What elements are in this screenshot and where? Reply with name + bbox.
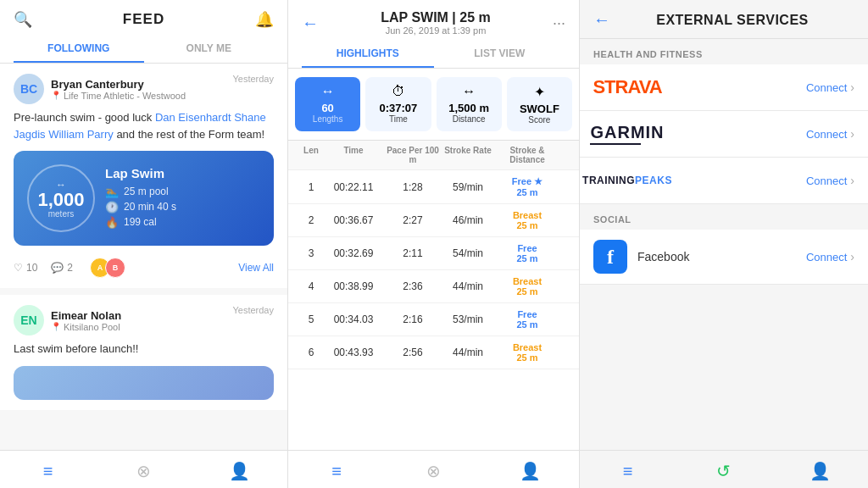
user-meta-2: Eimear Nolan 📍 Kitsilano Pool (51, 309, 121, 332)
post-text-2: Last swim before launch!! (14, 341, 274, 358)
back-button[interactable]: ← (302, 14, 319, 33)
like-count: 10 (26, 262, 37, 274)
swim-details: Lap Swim 🏊 25 m pool 🕐 20 min 40 s 🔥 199… (105, 166, 260, 231)
feed-header: 🔍 FEED 🔔 (0, 0, 287, 36)
user-name-1: Bryan Canterbury (51, 78, 186, 91)
ext-bottom-nav: ≡ ↺ 👤 (580, 450, 868, 488)
tab-only-me[interactable]: ONLY ME (144, 36, 275, 63)
nav-goggles[interactable]: ⊗ (96, 458, 192, 485)
cell-stroke-1: Free ★25 m (493, 176, 561, 197)
clock-icon: 🕐 (105, 201, 119, 214)
lap-nav-menu[interactable]: ≡ (288, 458, 385, 485)
avatar-bryan: BC (14, 74, 44, 104)
metric-distance[interactable]: ↔ 1,500 m Distance (437, 77, 502, 131)
chevron-right-icon-4: › (850, 250, 854, 263)
swim-cal: 199 cal (124, 216, 157, 228)
cell-pace-5: 2:16 (383, 313, 442, 325)
cell-time-5: 00:34.03 (324, 313, 383, 325)
swim-title: Lap Swim (105, 166, 260, 180)
post-user-info-2: EN Eimear Nolan 📍 Kitsilano Pool (14, 305, 121, 336)
cell-rate-5: 53/min (442, 313, 493, 325)
swim-unit: meters (48, 209, 75, 219)
search-icon[interactable]: 🔍 (14, 10, 32, 29)
lap-row-4: 4 00:38.99 2:36 44/min Breast25 m (288, 270, 579, 303)
feed-title: FEED (32, 11, 255, 28)
lap-row-5: 5 00:34.03 2:16 53/min Free25 m (288, 303, 579, 336)
facebook-connect-btn[interactable]: Connect › (806, 250, 854, 263)
service-row-facebook[interactable]: f Facebook Connect › (580, 230, 868, 285)
lap-title-block: LAP SWIM | 25 m Jun 26, 2019 at 1:39 pm (319, 10, 553, 36)
post-time-1: Yesterday (232, 74, 274, 84)
ext-nav-activity[interactable]: ↺ (676, 458, 771, 485)
strava-connect-btn[interactable]: Connect › (806, 80, 854, 94)
cell-rate-3: 54/min (442, 247, 493, 259)
service-row-trainingpeaks[interactable]: TRAININGPEAKS Connect › (580, 158, 868, 204)
lap-header: ← LAP SWIM | 25 m Jun 26, 2019 at 1:39 p… (288, 0, 579, 41)
lap-nav-profile[interactable]: 👤 (482, 458, 579, 485)
cell-stroke-5: Free25 m (493, 309, 561, 330)
garmin-connect-btn[interactable]: Connect › (806, 127, 854, 141)
ext-nav-menu[interactable]: ≡ (580, 458, 676, 485)
feed-bottom-nav: ≡ ⊗ 👤 (0, 450, 287, 488)
lap-nav-goggles[interactable]: ⊗ (385, 458, 481, 485)
swolf-value: SWOLF (510, 103, 569, 115)
trainingpeaks-connect-btn[interactable]: Connect › (806, 174, 854, 187)
metric-time[interactable]: ⏱ 0:37:07 Time (365, 77, 431, 131)
avatar-commenter-2: B (105, 258, 125, 278)
cell-time-4: 00:38.99 (324, 280, 383, 292)
ext-nav-profile[interactable]: 👤 (772, 458, 868, 485)
strava-connect-label: Connect (806, 81, 847, 94)
metric-swolf[interactable]: ✦ SWOLF Score (507, 77, 572, 131)
time-label: Time (369, 114, 427, 124)
cell-dist-5: 25 m (516, 319, 537, 330)
cell-time-3: 00:32.69 (324, 247, 383, 259)
comment-button[interactable]: 💬 2 (51, 262, 73, 274)
user-name-2: Eimear Nolan (51, 309, 121, 322)
lap-subtitle: Jun 26, 2019 at 1:39 pm (319, 25, 553, 36)
feed-content: BC Bryan Canterbury 📍 Life Time Athletic… (0, 64, 287, 450)
post-actions-1: ♡ 10 💬 2 A B View All (14, 254, 274, 278)
service-row-garmin[interactable]: GARMIN Connect › (580, 111, 868, 158)
bell-icon[interactable]: 🔔 (255, 10, 274, 29)
ext-title: EXTERNAL SERVICES (610, 13, 854, 28)
col-rate: Stroke Rate (442, 146, 493, 164)
swolf-label: Score (510, 115, 569, 125)
cell-dist-1: 25 m (516, 187, 537, 197)
nav-menu[interactable]: ≡ (0, 458, 96, 485)
cell-rate-2: 46/min (442, 214, 493, 226)
col-pace: Pace Per 100 m (383, 146, 442, 164)
view-all-link[interactable]: View All (238, 262, 274, 274)
cell-len-4: 4 (298, 280, 324, 292)
tab-highlights[interactable]: HIGHLIGHTS (302, 41, 434, 68)
heart-icon: ♡ (14, 262, 23, 274)
post-time-2: Yesterday (232, 305, 274, 315)
like-button[interactable]: ♡ 10 (14, 262, 37, 274)
tab-list-view[interactable]: LIST VIEW (434, 41, 566, 68)
col-stroke: Stroke & Distance (493, 146, 561, 164)
time-icon: ⏱ (369, 84, 427, 99)
tab-following[interactable]: FOLLOWING (14, 36, 144, 63)
lap-title: LAP SWIM | 25 m (319, 10, 553, 25)
user-location-1: 📍 Life Time Athletic - Westwood (51, 91, 186, 101)
ext-back-button[interactable]: ← (593, 10, 610, 30)
lap-row-2: 2 00:36.67 2:27 46/min Breast25 m (288, 204, 579, 237)
metric-lengths[interactable]: ↔ 60 Lengths (295, 77, 360, 131)
swim-time: 20 min 40 s (124, 201, 176, 213)
swim-distance: 1,000 (37, 191, 84, 209)
cell-len-2: 2 (298, 214, 324, 226)
post-user-info-1: BC Bryan Canterbury 📍 Life Time Athletic… (14, 74, 186, 104)
feed-post-1: BC Bryan Canterbury 📍 Life Time Athletic… (0, 64, 287, 288)
cell-pace-3: 2:11 (383, 247, 442, 259)
swim-circle: ↔ 1,000 meters (27, 164, 95, 232)
cell-len-1: 1 (298, 181, 324, 193)
service-row-strava[interactable]: STRAVA Connect › (580, 64, 868, 111)
cell-rate-6: 44/min (442, 347, 493, 358)
cell-pace-6: 2:56 (383, 347, 442, 358)
post-text-1: Pre-launch swim - good luck Dan Eisenhar… (14, 109, 274, 142)
nav-profile[interactable]: 👤 (192, 458, 287, 485)
lap-metrics: ↔ 60 Lengths ⏱ 0:37:07 Time ↔ 1,500 m Di… (288, 69, 579, 141)
more-button[interactable]: ··· (553, 14, 565, 32)
trainingpeaks-connect-label: Connect (806, 175, 847, 187)
strava-logo: STRAVA (593, 75, 661, 100)
comment-count: 2 (67, 262, 73, 274)
